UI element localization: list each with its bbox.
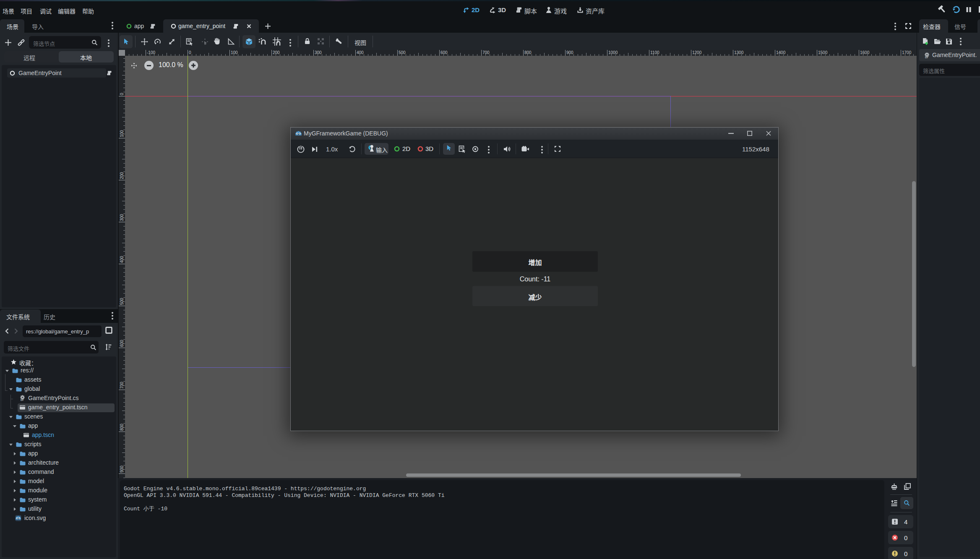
svg-text:c#: c# xyxy=(925,56,928,59)
svg-text:c#: c# xyxy=(21,398,24,401)
